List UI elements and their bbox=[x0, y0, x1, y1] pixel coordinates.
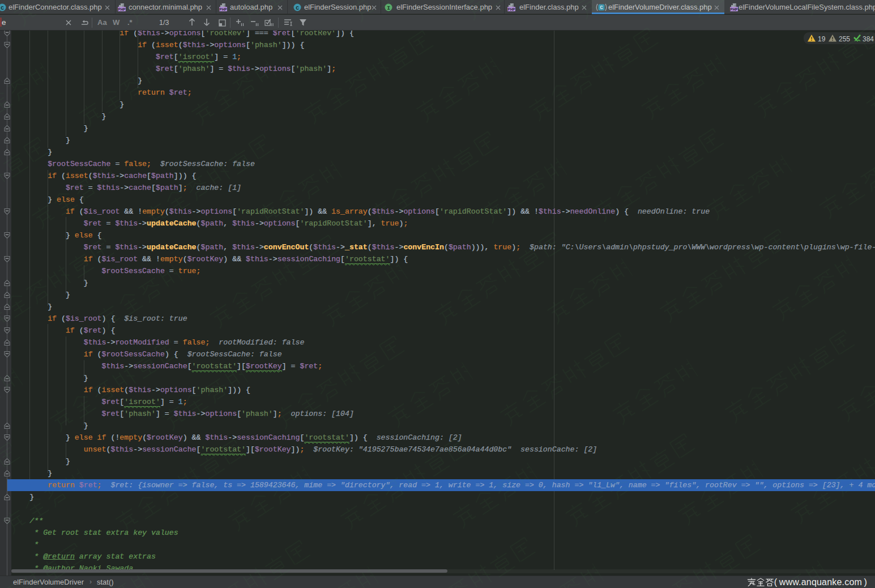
svg-text:C: C bbox=[1, 5, 4, 11]
svg-text:PHP: PHP bbox=[219, 7, 227, 11]
svg-text:C: C bbox=[600, 5, 603, 11]
svg-text:C: C bbox=[296, 5, 299, 11]
svg-text:384: 384 bbox=[863, 35, 874, 43]
svg-text:I: I bbox=[387, 5, 390, 11]
svg-text:19: 19 bbox=[818, 35, 826, 43]
svg-text:PHP: PHP bbox=[730, 7, 738, 11]
svg-text:255: 255 bbox=[839, 35, 850, 43]
svg-text:PHP: PHP bbox=[507, 7, 515, 11]
svg-text:PHP: PHP bbox=[118, 7, 126, 11]
